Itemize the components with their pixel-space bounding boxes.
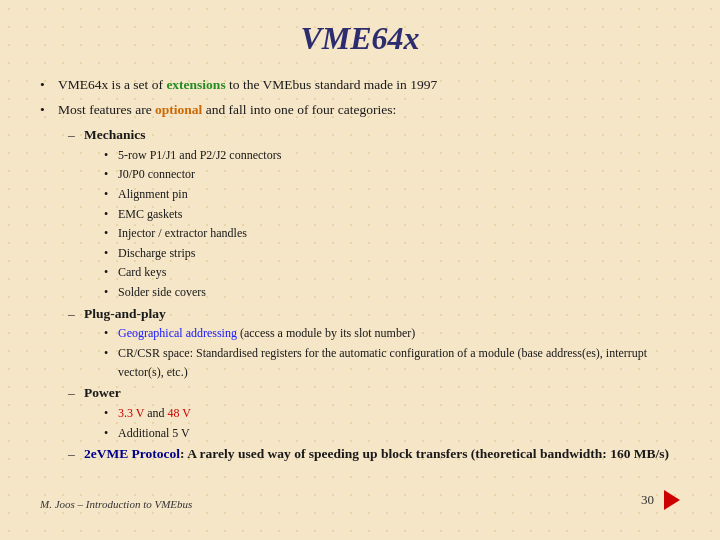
slide: VME64x • VME64x is a set of extensions t… bbox=[0, 0, 720, 540]
power-content: Power • 3.3 V and 48 V • Additional 5 V bbox=[84, 383, 191, 443]
protocol-content: 2eVME Protocol: A rarely used way of spe… bbox=[84, 444, 669, 465]
power-section: – Power • 3.3 V and 48 V • Additional 5 … bbox=[68, 383, 680, 443]
page-number: 30 bbox=[641, 492, 654, 508]
power-label: Power bbox=[84, 385, 121, 400]
slide-content: • VME64x is a set of extensions to the V… bbox=[40, 75, 680, 484]
pnp-item-2: • CR/CSR space: Standardised registers f… bbox=[104, 344, 680, 381]
pnp-item-1: • Geographical addressing (access a modu… bbox=[104, 324, 680, 343]
mech-item-7: •Card keys bbox=[104, 263, 281, 282]
mechanics-section: – Mechanics •5-row P1/J1 and P2/J2 conne… bbox=[68, 125, 680, 303]
mech-item-4: •EMC gaskets bbox=[104, 205, 281, 224]
v33-highlight: 3.3 V bbox=[118, 406, 144, 420]
slide-footer: M. Joos – Introduction to VMEbus 30 bbox=[40, 490, 680, 510]
pnp-items: • Geographical addressing (access a modu… bbox=[104, 324, 680, 381]
extensions-highlight: extensions bbox=[166, 77, 225, 92]
dash-pnp: – bbox=[68, 304, 84, 325]
protocol-text: 2eVME Protocol: A rarely used way of spe… bbox=[84, 446, 669, 461]
power-item-2: • Additional 5 V bbox=[104, 424, 191, 443]
dash-protocol: – bbox=[68, 444, 84, 465]
power-items: • 3.3 V and 48 V • Additional 5 V bbox=[104, 404, 191, 442]
mechanics-content: Mechanics •5-row P1/J1 and P2/J2 connect… bbox=[84, 125, 281, 303]
bullet-text-2: Most features are optional and fall into… bbox=[58, 100, 680, 121]
optional-highlight: optional bbox=[155, 102, 202, 117]
mech-item-1: •5-row P1/J1 and P2/J2 connectors bbox=[104, 146, 281, 165]
pnp-section: – Plug-and-play • Geographical addressin… bbox=[68, 304, 680, 383]
mech-item-3: •Alignment pin bbox=[104, 185, 281, 204]
sub-sections: – Mechanics •5-row P1/J1 and P2/J2 conne… bbox=[68, 125, 680, 465]
power-item-1: • 3.3 V and 48 V bbox=[104, 404, 191, 423]
bullet-text-1: VME64x is a set of extensions to the VME… bbox=[58, 75, 680, 96]
bullet-2: • Most features are optional and fall in… bbox=[40, 100, 680, 121]
mechanics-label: Mechanics bbox=[84, 127, 146, 142]
mech-item-5: •Injector / extractor handles bbox=[104, 224, 281, 243]
dash-mechanics: – bbox=[68, 125, 84, 146]
slide-title: VME64x bbox=[40, 20, 680, 57]
pnp-content: Plug-and-play • Geographical addressing … bbox=[84, 304, 680, 383]
next-arrow-icon[interactable] bbox=[664, 490, 680, 510]
mech-item-6: •Discharge strips bbox=[104, 244, 281, 263]
dash-power: – bbox=[68, 383, 84, 404]
bullet-1: • VME64x is a set of extensions to the V… bbox=[40, 75, 680, 96]
protocol-highlight: 2eVME Protocol bbox=[84, 446, 180, 461]
footer-author: M. Joos – Introduction to VMEbus bbox=[40, 498, 192, 510]
pnp-label: Plug-and-play bbox=[84, 306, 166, 321]
footer-right-area: 30 bbox=[641, 490, 680, 510]
geo-address-highlight: Geographical addressing bbox=[118, 326, 237, 340]
protocol-section: – 2eVME Protocol: A rarely used way of s… bbox=[68, 444, 680, 465]
mechanics-items: •5-row P1/J1 and P2/J2 connectors •J0/P0… bbox=[104, 146, 281, 302]
mech-item-8: •Solder side covers bbox=[104, 283, 281, 302]
mech-item-2: •J0/P0 connector bbox=[104, 165, 281, 184]
bullet-dot-2: • bbox=[40, 100, 58, 121]
bullet-dot-1: • bbox=[40, 75, 58, 96]
v48-highlight: 48 V bbox=[168, 406, 191, 420]
